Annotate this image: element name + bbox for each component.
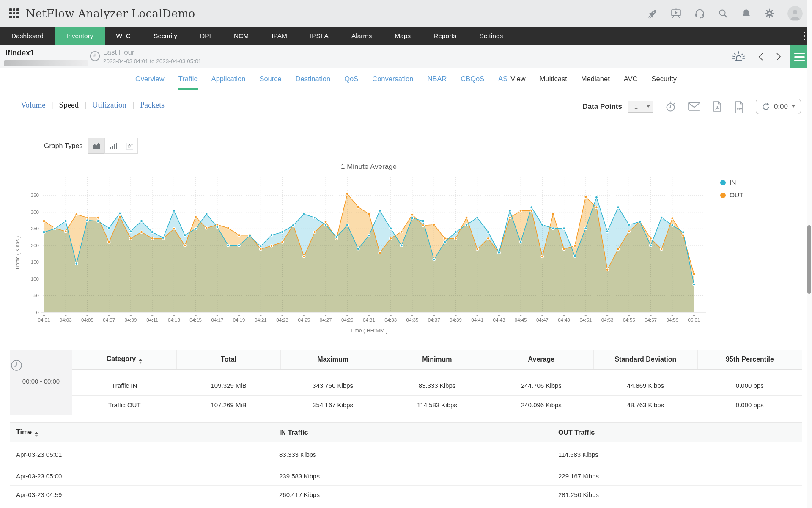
time-period-label[interactable]: Last Hour bbox=[103, 48, 134, 57]
traffic-col-time[interactable]: Time bbox=[10, 428, 279, 437]
metric-link-speed[interactable]: Speed bbox=[59, 100, 79, 110]
scrollbar-thumb[interactable] bbox=[807, 225, 811, 294]
top-bar: NetFlow Analyzer LocalDemo bbox=[0, 0, 812, 27]
metric-link-volume[interactable]: Volume bbox=[21, 100, 46, 110]
tab-overview[interactable]: Overview bbox=[135, 68, 165, 90]
demo-player-icon[interactable] bbox=[670, 8, 682, 19]
nav-item-dashboard[interactable]: Dashboard bbox=[0, 27, 55, 45]
tab-application[interactable]: Application bbox=[211, 68, 246, 90]
data-point-in bbox=[205, 213, 208, 215]
tab-multicast[interactable]: Multicast bbox=[540, 68, 567, 90]
tab-source[interactable]: Source bbox=[259, 68, 281, 90]
pdf-export-icon[interactable] bbox=[712, 100, 723, 113]
summary-col-total: Total bbox=[176, 350, 280, 369]
summary-col-average: Average bbox=[489, 350, 593, 369]
scatter-chart-icon bbox=[125, 142, 134, 150]
hamburger-menu-button[interactable] bbox=[790, 45, 809, 68]
tab-traffic[interactable]: Traffic bbox=[178, 68, 198, 90]
data-point-out bbox=[552, 213, 554, 215]
nav-item-inventory[interactable]: Inventory bbox=[55, 27, 105, 45]
svg-text:04:23: 04:23 bbox=[276, 318, 288, 323]
tab-conversation[interactable]: Conversation bbox=[372, 68, 413, 90]
traffic-chart[interactable]: 50100150200250300350004:0104:0304:0504:0… bbox=[13, 168, 715, 338]
summary-col-category[interactable]: Category bbox=[72, 350, 176, 369]
data-point-out bbox=[508, 216, 511, 219]
tab-avc[interactable]: AVC bbox=[624, 68, 638, 90]
nav-item-ipsla[interactable]: IPSLA bbox=[299, 27, 340, 45]
traffic-cell: 114.583 Kibps bbox=[558, 451, 802, 458]
tab-cbqos[interactable]: CBQoS bbox=[461, 68, 484, 90]
nav-item-wlc[interactable]: WLC bbox=[105, 27, 142, 45]
tab-nbar[interactable]: NBAR bbox=[427, 68, 447, 90]
svg-text:04:59: 04:59 bbox=[666, 318, 678, 323]
nav-item-maps[interactable]: Maps bbox=[383, 27, 422, 45]
nav-item-dpi[interactable]: DPI bbox=[189, 27, 222, 45]
data-point-in bbox=[390, 227, 392, 229]
metric-link-packets[interactable]: Packets bbox=[140, 100, 165, 110]
page-scrollbar[interactable] bbox=[807, 0, 812, 508]
traffic-cell: Apr-03-23 04:59 bbox=[10, 491, 279, 498]
prev-chevron-icon[interactable] bbox=[757, 52, 766, 62]
sort-icon[interactable] bbox=[139, 359, 142, 364]
svg-text:04:57: 04:57 bbox=[645, 318, 657, 323]
alarm-icon[interactable] bbox=[731, 50, 746, 63]
support-headset-icon[interactable] bbox=[694, 8, 705, 19]
tab-view[interactable]: View bbox=[510, 68, 525, 90]
tab-qos[interactable]: QoS bbox=[344, 68, 358, 90]
nav-item-ipam[interactable]: IPAM bbox=[260, 27, 299, 45]
rocket-icon[interactable] bbox=[647, 8, 658, 19]
sort-icon[interactable] bbox=[35, 432, 38, 437]
nav-item-alarms[interactable]: Alarms bbox=[340, 27, 383, 45]
user-avatar[interactable] bbox=[787, 6, 803, 21]
area-chart-icon bbox=[92, 142, 101, 150]
search-icon[interactable] bbox=[718, 8, 729, 19]
data-points-select[interactable]: 1 bbox=[628, 101, 653, 113]
nav-item-ncm[interactable]: NCM bbox=[222, 27, 260, 45]
tab-destination[interactable]: Destination bbox=[296, 68, 331, 90]
data-point-out bbox=[530, 210, 533, 212]
graph-type-bar-button[interactable] bbox=[104, 138, 121, 154]
time-period-range: 2023-04-03 04:01 to 2023-04-03 05:01 bbox=[103, 58, 201, 64]
data-point-out bbox=[422, 224, 424, 226]
schedule-icon[interactable] bbox=[664, 100, 677, 113]
data-point-in bbox=[249, 235, 251, 237]
settings-gear-icon[interactable] bbox=[764, 8, 775, 19]
data-point-out bbox=[75, 213, 78, 215]
summary-cell: 44.869 Kibps bbox=[593, 369, 697, 395]
data-point-in bbox=[173, 210, 175, 212]
data-point-in bbox=[433, 258, 435, 261]
chevron-down-icon bbox=[644, 101, 653, 112]
apps-grid-icon[interactable] bbox=[9, 8, 19, 18]
nav-item-security[interactable]: Security bbox=[142, 27, 189, 45]
auto-refresh-dropdown[interactable]: 0:00 bbox=[756, 99, 801, 114]
data-point-in bbox=[118, 212, 121, 215]
view-tabs: OverviewTrafficApplicationSourceDestinat… bbox=[0, 68, 812, 90]
data-point-out bbox=[281, 241, 283, 243]
tab-security[interactable]: Security bbox=[651, 68, 677, 90]
csv-export-icon[interactable]: csv bbox=[734, 100, 745, 113]
email-icon[interactable] bbox=[688, 101, 701, 112]
data-point-in bbox=[671, 224, 674, 226]
data-point-in bbox=[270, 234, 273, 236]
data-point-in bbox=[129, 230, 132, 233]
nav-item-settings[interactable]: Settings bbox=[468, 27, 514, 45]
tab-as[interactable]: AS bbox=[498, 68, 508, 90]
nav-overflow-kebab-icon[interactable] bbox=[804, 27, 805, 45]
nav-item-reports[interactable]: Reports bbox=[422, 27, 468, 45]
data-point-out bbox=[303, 255, 305, 258]
summary-col-95th-percentile: 95th Percentile bbox=[698, 350, 802, 369]
data-points-label: Data Points bbox=[582, 102, 622, 111]
graph-type-scatter-button[interactable] bbox=[121, 138, 138, 154]
summary-table: CategoryTotalMaximumMinimumAverageStanda… bbox=[72, 350, 802, 414]
data-point-in bbox=[303, 213, 305, 215]
chart-toolbar: Volume|Speed|Utilization|Packets Data Po… bbox=[0, 90, 812, 122]
metric-link-utilization[interactable]: Utilization bbox=[92, 100, 126, 110]
legend-item-in[interactable]: IN bbox=[720, 179, 743, 186]
data-point-in bbox=[444, 241, 446, 243]
legend-item-out[interactable]: OUT bbox=[720, 191, 743, 199]
tab-medianet[interactable]: Medianet bbox=[581, 68, 610, 90]
graph-type-area-button[interactable] bbox=[88, 138, 105, 154]
notifications-bell-icon[interactable] bbox=[741, 8, 752, 19]
next-chevron-icon[interactable] bbox=[774, 52, 783, 62]
data-point-out bbox=[660, 248, 663, 250]
